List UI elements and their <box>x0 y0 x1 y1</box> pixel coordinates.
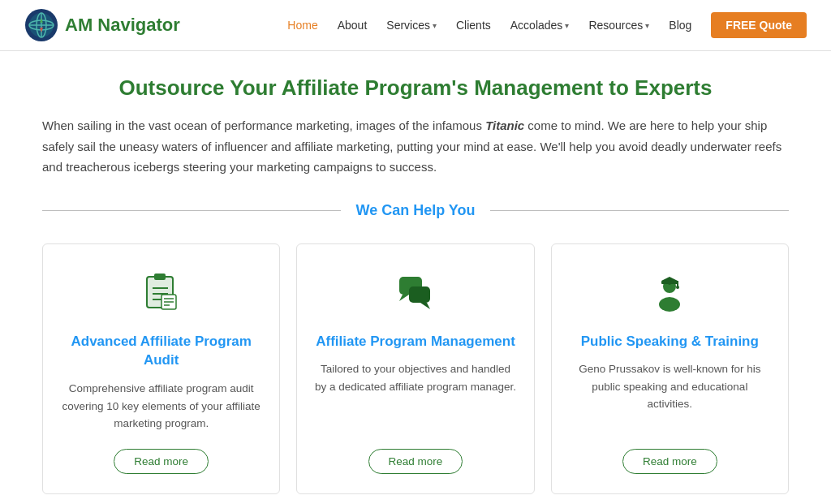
speaking-icon <box>645 269 694 317</box>
card-management-title: Affiliate Program Management <box>316 332 515 351</box>
section-divider: We Can Help You <box>42 202 789 219</box>
services-chevron-icon: ▾ <box>433 21 437 30</box>
card-management-readmore-button[interactable]: Read more <box>368 449 463 474</box>
card-audit: Advanced Affiliate Program Audit Compreh… <box>42 243 280 494</box>
resources-chevron-icon: ▾ <box>645 21 649 30</box>
card-speaking-readmore-button[interactable]: Read more <box>622 449 717 474</box>
nav-about[interactable]: About <box>329 14 376 37</box>
hero-description: When sailing in the vast ocean of perfor… <box>42 115 789 178</box>
main-content: Outsource Your Affiliate Program's Manag… <box>26 51 805 504</box>
titanic-text: Titanic <box>485 118 524 132</box>
svg-point-27 <box>676 286 679 289</box>
nav-resources[interactable]: Resources ▾ <box>580 14 657 37</box>
card-speaking-description: Geno Prussakov is well-known for his pub… <box>568 360 772 433</box>
nav-clients[interactable]: Clients <box>448 14 499 37</box>
card-audit-description: Comprehensive affiliate program audit co… <box>59 380 263 433</box>
cards-row: Advanced Affiliate Program Audit Compreh… <box>42 243 789 494</box>
card-speaking: Public Speaking & Training Geno Prussako… <box>551 243 789 494</box>
audit-icon <box>137 269 186 317</box>
svg-rect-20 <box>409 286 430 303</box>
card-management-description: Tailored to your objectives and handled … <box>313 360 517 433</box>
nav-services[interactable]: Services ▾ <box>378 14 445 37</box>
hero-title: Outsource Your Affiliate Program's Manag… <box>42 75 789 101</box>
management-icon <box>391 269 440 317</box>
nav-accolades[interactable]: Accolades ▾ <box>502 14 578 37</box>
svg-marker-19 <box>399 295 409 301</box>
accolades-chevron-icon: ▾ <box>565 21 569 30</box>
svg-rect-10 <box>154 274 166 280</box>
main-nav: Home About Services ▾ Clients Accolades … <box>279 12 807 38</box>
logo-icon <box>24 8 58 42</box>
divider-title: We Can Help You <box>341 202 489 219</box>
header: AM Navigator Home About Services ▾ Clien… <box>0 0 831 51</box>
card-speaking-title: Public Speaking & Training <box>581 332 759 351</box>
nav-blog[interactable]: Blog <box>661 14 700 37</box>
logo-text: AM Navigator <box>65 15 180 36</box>
svg-marker-21 <box>420 303 430 309</box>
svg-point-23 <box>659 297 680 312</box>
card-audit-readmore-button[interactable]: Read more <box>114 449 209 474</box>
nav-home[interactable]: Home <box>279 14 325 37</box>
free-quote-button[interactable]: FREE Quote <box>711 12 807 38</box>
card-management: Affiliate Program Management Tailored to… <box>296 243 534 494</box>
card-audit-title: Advanced Affiliate Program Audit <box>59 332 263 371</box>
logo-area: AM Navigator <box>24 8 180 42</box>
